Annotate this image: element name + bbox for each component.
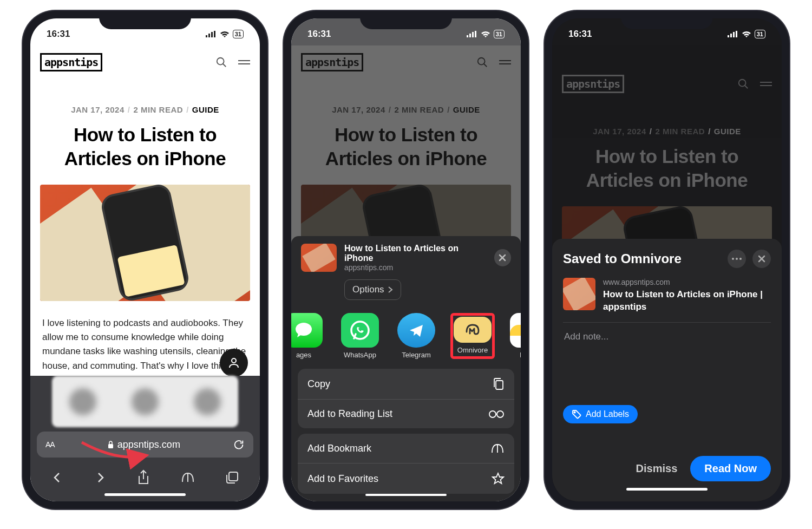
bookmarks-button[interactable]	[180, 471, 195, 484]
status-time: 16:31	[47, 29, 70, 40]
home-indicator[interactable]	[626, 488, 708, 491]
phone-frame-2: 16:31 31 appsntips JAN 17, 2024/2 MIN RE…	[284, 11, 528, 509]
svg-rect-21	[730, 34, 732, 37]
svg-point-15	[296, 323, 312, 336]
tabs-button[interactable]	[225, 471, 239, 485]
share-subtitle: appsntips.com	[344, 263, 487, 272]
notch	[621, 11, 713, 29]
notch	[99, 11, 191, 29]
svg-rect-1	[208, 34, 210, 37]
add-labels-button[interactable]: Add Labels	[563, 405, 638, 423]
saved-thumbnail	[563, 278, 595, 310]
screen-1: 16:31 31 appsntips JAN 17, 2024/2 MIN RE…	[30, 18, 260, 501]
close-button[interactable]	[494, 249, 511, 266]
svg-rect-2	[211, 32, 213, 37]
close-icon	[758, 255, 765, 263]
chevron-right-icon	[388, 286, 393, 293]
glasses-icon	[488, 410, 505, 419]
site-logo[interactable]: appsntips	[40, 53, 102, 71]
article-meta: JAN 17, 2024/2 MIN READ/GUIDE	[30, 79, 260, 119]
home-indicator[interactable]	[104, 493, 186, 496]
battery-level: 31	[233, 30, 244, 38]
action-reading-list[interactable]: Add to Reading List	[298, 399, 514, 428]
saved-title: How to Listen to Articles on iPhone | ap…	[603, 289, 771, 314]
svg-rect-3	[214, 31, 215, 37]
back-button[interactable]	[51, 471, 64, 484]
article-title: How to Listen to Articles on iPhone	[30, 119, 260, 179]
copy-icon	[493, 377, 505, 390]
status-time: 16:31	[307, 29, 331, 40]
svg-rect-20	[728, 35, 729, 37]
omnivore-heading: Saved to Omnivore	[563, 251, 682, 266]
close-button[interactable]	[752, 250, 771, 268]
svg-rect-11	[472, 32, 474, 37]
text-size-button[interactable]: AA	[45, 440, 55, 449]
svg-rect-9	[467, 35, 468, 37]
more-icon	[732, 258, 742, 260]
action-copy[interactable]: Copy	[298, 369, 514, 399]
book-icon	[490, 442, 505, 454]
svg-point-6	[232, 358, 236, 363]
phone-frame-3: 16:31 31 appsntips JAN 17, 2024/2 MIN RE…	[545, 11, 789, 509]
status-icons: 31	[728, 30, 765, 38]
forward-button	[94, 471, 107, 484]
notch	[360, 11, 452, 29]
svg-rect-23	[736, 31, 737, 37]
screen-3: 16:31 31 appsntips JAN 17, 2024/2 MIN RE…	[552, 18, 782, 501]
action-bookmark[interactable]: Add Bookmark	[298, 434, 514, 463]
svg-rect-12	[475, 31, 476, 37]
saved-url: www.appsntips.com	[603, 278, 771, 286]
hero-image	[40, 185, 250, 301]
svg-point-27	[736, 258, 738, 260]
saved-item-row: www.appsntips.com How to Listen to Artic…	[563, 278, 771, 323]
blurred-content	[52, 376, 238, 427]
status-time: 16:31	[568, 29, 592, 40]
close-icon	[499, 254, 506, 262]
svg-point-18	[489, 411, 496, 417]
svg-point-29	[574, 412, 575, 413]
share-app-whatsapp[interactable]: WhatsApp	[338, 313, 382, 359]
phone-frame-1: 16:31 31 appsntips JAN 17, 2024/2 MIN RE…	[23, 11, 267, 509]
share-apps-row[interactable]: ages WhatsApp Telegram Omnivore	[291, 308, 521, 365]
dismiss-button[interactable]: Dismiss	[636, 462, 678, 475]
menu-icon[interactable]	[238, 60, 250, 64]
screen-2: 16:31 31 appsntips JAN 17, 2024/2 MIN RE…	[291, 18, 521, 501]
svg-rect-8	[229, 472, 238, 481]
status-icons: 31	[206, 30, 244, 38]
svg-rect-10	[469, 34, 471, 37]
add-note-field[interactable]: Add note...	[563, 323, 771, 351]
omnivore-sheet: Saved to Omnivore www.appsntips.com	[552, 239, 782, 501]
battery-level: 31	[755, 30, 765, 38]
svg-point-28	[739, 258, 742, 260]
share-app-notes[interactable]: Notes	[507, 313, 521, 359]
share-title: How to Listen to Articles on iPhone	[344, 244, 487, 263]
read-now-button[interactable]: Read Now	[690, 456, 771, 481]
share-app-messages[interactable]: ages	[291, 313, 326, 359]
svg-point-24	[739, 80, 746, 87]
tag-icon	[572, 409, 581, 419]
annotation-arrow	[79, 440, 155, 470]
star-icon	[492, 472, 505, 485]
battery-level: 31	[494, 30, 505, 38]
search-icon[interactable]	[215, 56, 227, 68]
account-button[interactable]	[220, 349, 248, 376]
share-button[interactable]	[136, 469, 150, 486]
home-indicator[interactable]	[365, 494, 447, 496]
svg-rect-17	[496, 381, 503, 389]
safari-chrome: AA appsntips.com	[30, 376, 260, 501]
svg-line-5	[223, 64, 226, 67]
share-sheet: How to Listen to Articles on iPhone apps…	[291, 236, 521, 501]
more-button[interactable]	[728, 250, 746, 268]
svg-rect-0	[206, 35, 207, 37]
share-app-omnivore[interactable]: Omnivore	[450, 313, 495, 359]
share-app-telegram[interactable]: Telegram	[394, 313, 438, 359]
action-favorites[interactable]: Add to Favorites	[298, 463, 514, 494]
status-icons: 31	[467, 30, 505, 38]
options-button[interactable]: Options	[344, 279, 401, 300]
svg-line-25	[745, 86, 748, 89]
reload-icon[interactable]	[233, 439, 245, 450]
svg-point-4	[217, 58, 224, 65]
svg-rect-22	[733, 32, 735, 37]
svg-point-26	[732, 258, 734, 260]
svg-point-19	[497, 411, 503, 417]
